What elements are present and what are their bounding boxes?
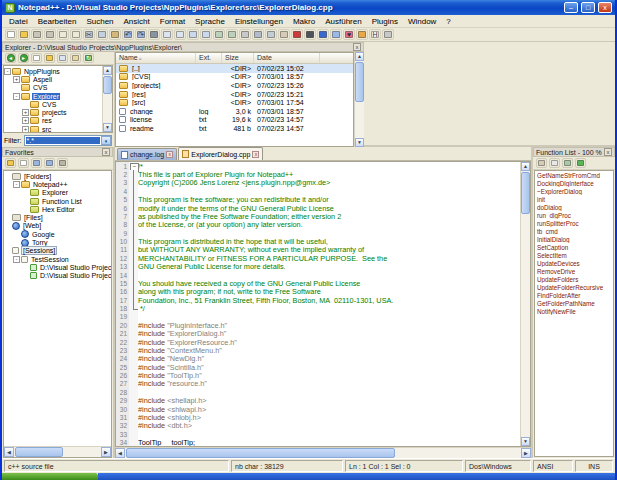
file-row[interactable]: readme txt 481 b 07/02/23 14:57 (116, 124, 353, 133)
filter-combobox[interactable]: *.* ▾ (24, 135, 113, 146)
fold-marker[interactable] (129, 288, 138, 296)
expander-icon[interactable]: + (22, 126, 29, 132)
explorer-tree[interactable]: - NppPlugins + Aspell (4, 66, 102, 132)
code-editor[interactable]: 1 /* 2 This file is part of Explorer Plu… (116, 162, 520, 446)
fold-marker[interactable] (129, 229, 138, 237)
menu-item[interactable]: Format (155, 16, 190, 27)
tab-close-icon[interactable]: x (166, 151, 173, 158)
toolbar-icon[interactable]: ↶ (122, 29, 134, 40)
menu-item[interactable]: Plugins (367, 16, 403, 27)
toolbar-icon[interactable] (226, 29, 238, 40)
favorites-tree-item[interactable]: [Web] (4, 222, 111, 230)
explorer-toolbar-button[interactable]: ↻ (83, 53, 94, 63)
function-list-item[interactable]: run_dlgProc (535, 211, 613, 219)
close-button[interactable]: x (598, 2, 612, 13)
fold-marker[interactable] (129, 355, 138, 363)
toolbar-icon[interactable] (57, 29, 69, 40)
scroll-down-icon[interactable]: ▼ (521, 437, 530, 446)
toolbar-icon[interactable] (18, 29, 30, 40)
function-list-close-icon[interactable]: x (604, 148, 612, 156)
expander-icon[interactable] (4, 214, 11, 221)
fold-marker[interactable] (129, 212, 138, 220)
expander-icon[interactable]: + (22, 117, 29, 124)
function-list-item[interactable]: InitialDialog (535, 235, 613, 243)
column-header[interactable]: Date (254, 53, 320, 63)
fold-marker[interactable] (129, 221, 138, 229)
function-list-item[interactable]: SetCaption (535, 243, 613, 251)
fold-marker[interactable] (129, 346, 138, 354)
scroll-up-icon[interactable]: ▲ (355, 52, 364, 61)
fold-marker[interactable] (129, 422, 138, 430)
column-header[interactable]: Name (116, 53, 196, 63)
file-row[interactable]: [projects] <DIR> 07/02/23 15:26 (116, 81, 353, 90)
function-list-item[interactable]: DockingDlgInterface (535, 179, 613, 187)
function-list-toolbar-button[interactable] (549, 158, 560, 168)
fold-marker[interactable] (129, 338, 138, 346)
fold-marker[interactable] (129, 296, 138, 304)
function-list[interactable]: GetNameStrFromCmdDockingDlgInterface~Exp… (534, 170, 614, 457)
expander-icon[interactable] (22, 264, 29, 271)
editor-vscrollbar[interactable]: ▲ ▼ (520, 162, 530, 446)
start-button-edge[interactable] (2, 473, 98, 480)
scroll-right-icon[interactable]: ▶ (101, 447, 111, 457)
menu-item[interactable]: Bearbeiten (33, 16, 82, 27)
expander-icon[interactable] (22, 101, 29, 108)
menu-item[interactable]: Ausführen (320, 16, 366, 27)
favorites-tree-item[interactable]: D:\Visual Studio Projects\NppPlugi (4, 263, 111, 271)
column-header[interactable]: Ext. (196, 53, 222, 63)
fold-marker[interactable] (129, 438, 138, 446)
favorites-tree-item[interactable]: [Folders] (4, 172, 111, 180)
scroll-down-icon[interactable]: ▼ (103, 123, 112, 132)
function-list-item[interactable]: UpdateDevices (535, 259, 613, 267)
maximize-button[interactable]: □ (581, 2, 595, 13)
function-list-item[interactable]: UpdateFolders (535, 275, 613, 283)
toolbar-icon[interactable] (356, 29, 368, 40)
expander-icon[interactable]: + (22, 109, 29, 116)
function-list-item[interactable]: ~ExplorerDialog (535, 187, 613, 195)
function-list-item[interactable]: doDialog (535, 203, 613, 211)
file-list[interactable]: [..] <DIR> 07/02/23 15:02 [CVS] <DIR> 07… (116, 64, 353, 146)
favorites-tree-item[interactable]: - Notepad++ (4, 180, 111, 188)
expander-icon[interactable] (13, 239, 20, 246)
chevron-down-icon[interactable]: ▾ (101, 136, 111, 145)
toolbar-icon[interactable] (265, 29, 277, 40)
file-row[interactable]: [src] <DIR> 07/03/01 17:54 (116, 98, 353, 107)
expander-icon[interactable]: + (13, 76, 20, 83)
toolbar-icon[interactable]: ↷ (135, 29, 147, 40)
function-list-item[interactable]: RemoveDrive (535, 267, 613, 275)
explorer-toolbar-button[interactable]: ◂ (5, 53, 16, 63)
toolbar-icon[interactable] (239, 29, 251, 40)
expander-icon[interactable] (4, 247, 11, 254)
fold-marker[interactable] (129, 380, 138, 388)
explorer-toolbar-button[interactable] (44, 53, 55, 63)
fold-marker[interactable] (129, 371, 138, 379)
explorer-tree-item[interactable]: CVS (4, 100, 102, 108)
toolbar-icon[interactable] (174, 29, 186, 40)
scroll-left-icon[interactable]: ◀ (115, 448, 125, 458)
function-list-toolbar-button[interactable] (575, 158, 586, 168)
explorer-toolbar-button[interactable] (70, 53, 81, 63)
expander-icon[interactable]: - (4, 68, 11, 75)
fold-marker[interactable] (129, 271, 138, 279)
expander-icon[interactable] (13, 231, 20, 238)
minimize-button[interactable]: – (564, 2, 578, 13)
toolbar-icon[interactable] (317, 29, 329, 40)
toolbar-icon[interactable] (96, 29, 108, 40)
fold-marker[interactable] (129, 363, 138, 371)
fold-marker[interactable] (129, 321, 138, 329)
scroll-up-icon[interactable]: ▲ (521, 162, 530, 171)
explorer-toolbar-button[interactable]: ▸ (18, 53, 29, 63)
fold-marker[interactable] (129, 254, 138, 262)
function-list-item[interactable]: runSplitterProc (535, 219, 613, 227)
toolbar-icon[interactable] (187, 29, 199, 40)
toolbar-icon[interactable] (200, 29, 212, 40)
filter-value[interactable]: *.* (26, 137, 101, 144)
fold-marker[interactable] (129, 187, 138, 195)
explorer-toolbar-button[interactable] (31, 53, 42, 63)
expander-icon[interactable]: - (13, 256, 20, 263)
toolbar-icon[interactable]: ♥ (343, 29, 355, 40)
menu-item[interactable]: Makro (288, 16, 320, 27)
explorer-tree-scrollbar[interactable]: ▲ ▼ (102, 66, 112, 132)
fold-marker[interactable] (129, 246, 138, 254)
toolbar-icon[interactable]: ✂ (83, 29, 95, 40)
